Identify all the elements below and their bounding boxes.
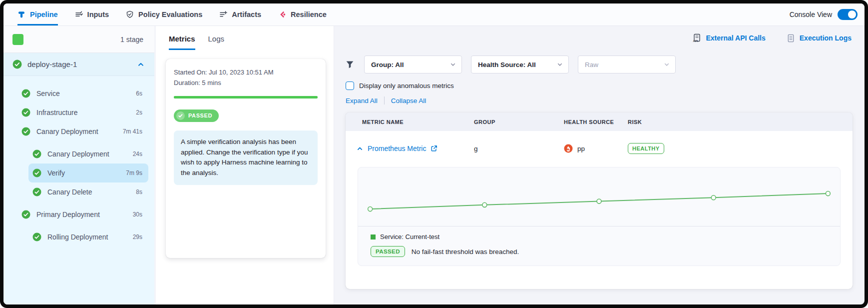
metric-table-row: Prometheus Metric g pp HEALTHY <box>346 131 853 166</box>
sidebar-item-infrastructure[interactable]: Infrastructure 2s <box>17 103 148 122</box>
step-duration: 30s <box>133 211 142 218</box>
success-check-icon <box>32 232 41 242</box>
tab-policy-evaluations[interactable]: Policy Evaluations <box>126 4 202 26</box>
external-link-icon[interactable] <box>431 145 437 152</box>
sidebar-header: 1 stage <box>3 26 154 53</box>
success-check-icon <box>21 127 30 136</box>
success-check-icon <box>21 108 30 117</box>
console-view-label: Console View <box>790 10 832 18</box>
pipeline-icon <box>17 10 25 18</box>
tab-artifacts[interactable]: Artifacts <box>219 4 261 26</box>
health-source-filter-value: Health Source: All <box>478 61 536 68</box>
stage-count: 1 stage <box>120 36 143 44</box>
list-gap <box>3 141 148 144</box>
tab-metrics[interactable]: Metrics <box>169 34 195 50</box>
list-gap <box>3 224 148 228</box>
artifacts-icon <box>219 10 227 18</box>
step-duration: 8s <box>136 188 142 196</box>
document-icon <box>787 34 795 42</box>
passed-status-label: PASSED <box>188 112 212 118</box>
prometheus-icon <box>564 144 573 153</box>
duration-text: Duration: 5 mins <box>174 78 318 88</box>
col-group: GROUP <box>474 119 564 125</box>
sidebar-item-primary-deployment[interactable]: Primary Deployment 30s <box>17 205 148 224</box>
verification-summary-card: Started On: Jul 10, 2023 10:51 AM Durati… <box>166 59 326 258</box>
metrics-table-card: METRIC NAME GROUP HEALTH SOURCE RISK Pro… <box>346 112 853 289</box>
execution-logs-link[interactable]: Execution Logs <box>787 34 852 42</box>
col-risk: RISK <box>628 119 853 125</box>
execution-stage-sidebar: 1 stage deploy-stage-1 Service 6s <box>3 26 154 304</box>
sidebar-item-canary-deployment-step[interactable]: Canary Deployment 24s <box>28 144 148 164</box>
chevron-down-icon <box>664 62 670 68</box>
external-api-calls-link[interactable]: API External API Calls <box>692 34 765 42</box>
external-api-calls-label: External API Calls <box>706 34 765 42</box>
expand-all-link[interactable]: Expand All <box>346 97 378 104</box>
tab-policy-evaluations-label: Policy Evaluations <box>138 10 202 18</box>
success-check-icon <box>32 188 41 196</box>
sidebar-stage-deploy-stage-1[interactable]: deploy-stage-1 <box>3 53 154 76</box>
anomalous-metrics-row: Display only anomalous metrics <box>346 82 853 90</box>
stage-label: deploy-stage-1 <box>27 60 132 68</box>
tab-logs[interactable]: Logs <box>208 34 225 50</box>
chevron-down-icon <box>557 62 563 68</box>
success-check-icon <box>32 150 41 158</box>
step-duration: 7m 41s <box>123 128 142 135</box>
step-duration: 29s <box>133 234 142 240</box>
risk-cell: HEALTHY <box>628 143 853 154</box>
sidebar-item-verify[interactable]: Verify 7m 9s <box>28 164 148 182</box>
success-check-icon <box>21 89 30 98</box>
healthy-risk-badge: HEALTHY <box>628 143 664 154</box>
metric-health-source-cell: pp <box>564 144 628 153</box>
sidebar-item-canary-delete[interactable]: Canary Delete 8s <box>28 182 148 202</box>
metric-group-cell: g <box>474 145 564 152</box>
list-gap <box>3 202 148 205</box>
step-duration: 6s <box>136 90 142 97</box>
expand-collapse-row: Expand All Collapse All <box>346 96 853 104</box>
metric-chart-group: Service: Current-test PASSED No fail-fas… <box>358 167 841 266</box>
sidebar-item-canary-deployment-group[interactable]: Canary Deployment 7m 41s <box>17 122 148 141</box>
sidebar-step-list: Service 6s Infrastructure 2s Canary Depl… <box>3 76 154 254</box>
step-details-panel: Metrics Logs Started On: Jul 10, 2023 10… <box>156 26 334 304</box>
top-nav-tabs: Pipeline Inputs Policy Evaluations Artif… <box>17 4 327 26</box>
metrics-panel: API External API Calls Execution Logs Gr… <box>334 26 865 304</box>
sidebar-item-rolling-deployment[interactable]: Rolling Deployment 29s <box>28 228 148 246</box>
metric-line-chart[interactable] <box>358 168 840 226</box>
policy-evaluations-icon <box>126 10 134 18</box>
raw-filter-dropdown[interactable]: Raw <box>578 56 676 74</box>
tab-resilience-label: Resilience <box>291 10 327 18</box>
verdict-message: No fail-fast threshold was breached. <box>412 248 519 256</box>
tab-inputs[interactable]: Inputs <box>75 4 109 26</box>
toggle-knob <box>848 10 856 18</box>
metrics-table-header: METRIC NAME GROUP HEALTH SOURCE RISK <box>346 112 853 131</box>
success-check-icon <box>32 168 41 178</box>
collapse-all-link[interactable]: Collapse All <box>391 97 427 104</box>
inputs-icon <box>75 10 83 18</box>
group-filter-value: Group: All <box>371 61 404 68</box>
col-health-source: HEALTH SOURCE <box>564 119 628 125</box>
threshold-verdict-row: PASSED No fail-fast threshold was breach… <box>358 242 840 266</box>
health-source-name: pp <box>577 145 585 152</box>
tab-artifacts-label: Artifacts <box>232 10 261 18</box>
metric-name-link[interactable]: Prometheus Metric <box>368 144 426 152</box>
console-view-toggle[interactable] <box>838 9 858 20</box>
group-filter-dropdown[interactable]: Group: All <box>364 56 462 74</box>
legend-label: Service: Current-test <box>380 233 439 240</box>
tab-pipeline-label: Pipeline <box>30 10 58 18</box>
check-icon <box>176 112 185 120</box>
anomalous-metrics-label: Display only anomalous metrics <box>359 82 454 90</box>
tab-pipeline[interactable]: Pipeline <box>17 4 58 26</box>
metric-name-cell: Prometheus Metric <box>346 144 474 152</box>
console-view-control: Console View <box>790 4 858 26</box>
tab-resilience[interactable]: Resilience <box>278 4 327 26</box>
success-check-icon <box>12 60 22 69</box>
svg-text:API: API <box>693 40 698 42</box>
collapse-row-chevron-up-icon[interactable] <box>357 146 363 152</box>
anomalous-metrics-checkbox[interactable] <box>346 82 354 90</box>
divider <box>384 96 385 104</box>
chevron-up-icon[interactable] <box>137 61 144 68</box>
harness-pipeline-execution-app: Pipeline Inputs Policy Evaluations Artif… <box>3 4 865 304</box>
health-source-filter-dropdown[interactable]: Health Source: All <box>471 56 569 74</box>
sidebar-item-service[interactable]: Service 6s <box>17 84 148 103</box>
tab-inputs-label: Inputs <box>87 10 109 18</box>
step-duration: 24s <box>133 150 142 158</box>
